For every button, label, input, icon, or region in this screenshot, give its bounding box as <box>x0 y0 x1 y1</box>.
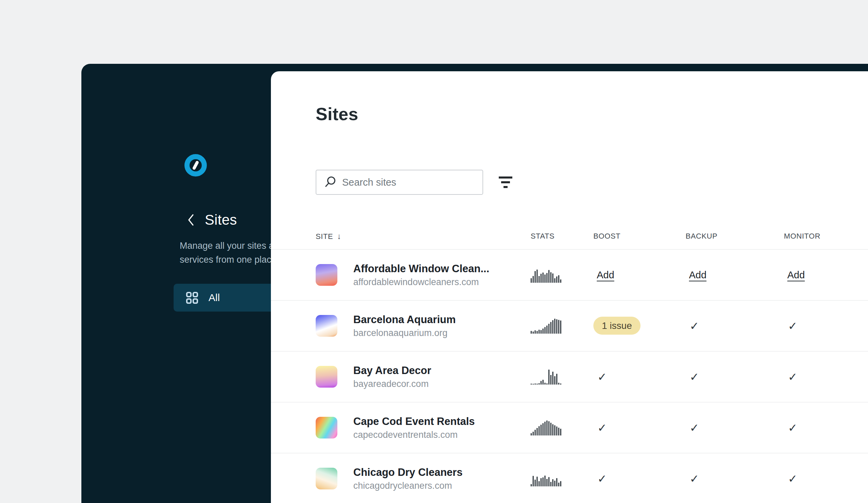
boost-cell: ✓ <box>593 370 685 383</box>
site-domain: capecodeventrentals.com <box>353 429 475 441</box>
column-header-backup[interactable]: BACKUP <box>685 232 784 241</box>
boost-check-icon: ✓ <box>597 371 607 383</box>
stats-cell <box>531 420 593 435</box>
site-favicon <box>316 468 337 490</box>
boost-check-icon: ✓ <box>597 422 607 434</box>
column-header-monitor[interactable]: MONITOR <box>784 232 868 241</box>
backup-check-icon: ✓ <box>690 472 699 485</box>
monitor-check-icon: ✓ <box>788 472 797 485</box>
boost-cell: ✓ <box>593 421 685 434</box>
jetpack-logo-slash <box>192 161 199 170</box>
monitor-add-link[interactable]: Add <box>787 270 805 280</box>
stats-cell <box>531 471 593 486</box>
table-row[interactable]: Chicago Dry Cleaners chicagodrycleaners.… <box>271 453 868 503</box>
filter-button[interactable] <box>492 173 519 192</box>
sites-content-card: Sites SITE↓ STATS BOOST BACKUP MONITOR A… <box>271 71 868 503</box>
site-cell: Bay Area Decor bayareadecor.com <box>316 364 531 390</box>
table-row[interactable]: Affordable Window Clean... affordablewin… <box>271 250 868 301</box>
search-icon <box>324 176 337 189</box>
boost-cell: Add <box>593 270 685 281</box>
backup-check-icon: ✓ <box>690 371 699 383</box>
page-title: Sites <box>316 104 358 124</box>
monitor-cell: Add <box>784 270 868 281</box>
backup-check-icon: ✓ <box>690 320 699 332</box>
stats-sparkline <box>531 369 562 384</box>
monitor-cell: ✓ <box>784 319 868 333</box>
backup-cell: ✓ <box>685 472 784 485</box>
column-header-boost[interactable]: BOOST <box>593 232 685 241</box>
boost-add-link[interactable]: Add <box>597 270 614 280</box>
monitor-cell: ✓ <box>784 472 868 485</box>
site-cell: Barcelona Aquarium barcelonaaquarium.org <box>316 313 531 339</box>
backup-check-icon: ✓ <box>690 422 699 434</box>
site-name: Affordable Window Clean... <box>353 262 489 275</box>
stats-sparkline <box>531 471 562 486</box>
column-header-stats[interactable]: STATS <box>531 232 593 241</box>
backup-cell: Add <box>685 270 784 281</box>
table-row[interactable]: Cape Cod Event Rentals capecodeventrenta… <box>271 403 868 453</box>
backup-cell: ✓ <box>685 370 784 383</box>
search-input[interactable] <box>337 170 483 194</box>
boost-cell: 1 issue <box>593 320 685 331</box>
sidebar-item-all-label: All <box>208 292 220 303</box>
chevron-left-icon <box>187 213 195 227</box>
column-header-site[interactable]: SITE↓ <box>316 231 531 241</box>
site-domain: affordablewindowcleaners.com <box>353 276 489 288</box>
search-box <box>316 170 483 195</box>
stats-cell <box>531 267 593 283</box>
grid-icon <box>186 292 198 304</box>
site-favicon <box>316 264 337 286</box>
site-domain: barcelonaaquarium.org <box>353 327 456 339</box>
site-name: Cape Cod Event Rentals <box>353 415 475 428</box>
back-button[interactable] <box>185 212 197 228</box>
site-domain: bayareadecor.com <box>353 378 431 390</box>
boost-check-icon: ✓ <box>597 472 607 485</box>
sort-desc-icon: ↓ <box>337 231 341 241</box>
stats-cell <box>531 369 593 384</box>
table-row[interactable]: Barcelona Aquarium barcelonaaquarium.org… <box>271 301 868 352</box>
site-favicon <box>316 315 337 337</box>
jetpack-logo-icon <box>185 154 207 177</box>
sidebar-title: Sites <box>205 212 237 228</box>
filter-icon <box>497 176 514 189</box>
stats-sparkline <box>531 267 562 283</box>
backup-cell: ✓ <box>685 421 784 434</box>
stats-sparkline <box>531 420 562 435</box>
site-name: Chicago Dry Cleaners <box>353 466 463 479</box>
table-header-row: SITE↓ STATS BOOST BACKUP MONITOR <box>271 223 868 250</box>
site-name: Bay Area Decor <box>353 364 431 377</box>
site-name: Barcelona Aquarium <box>353 313 456 326</box>
backup-cell: ✓ <box>685 319 784 333</box>
site-favicon <box>316 366 337 388</box>
monitor-check-icon: ✓ <box>788 371 797 383</box>
monitor-check-icon: ✓ <box>788 320 797 332</box>
backup-add-link[interactable]: Add <box>689 270 706 280</box>
site-cell: Cape Cod Event Rentals capecodeventrenta… <box>316 415 531 441</box>
stats-cell <box>531 318 593 334</box>
site-cell: Chicago Dry Cleaners chicagodrycleaners.… <box>316 466 531 492</box>
site-cell: Affordable Window Clean... affordablewin… <box>316 262 531 288</box>
site-favicon <box>316 417 337 439</box>
sites-table: Affordable Window Clean... affordablewin… <box>271 250 868 503</box>
monitor-check-icon: ✓ <box>788 422 797 434</box>
monitor-cell: ✓ <box>784 421 868 434</box>
boost-cell: ✓ <box>593 472 685 485</box>
site-domain: chicagodrycleaners.com <box>353 480 463 492</box>
sidebar-header: Sites <box>185 212 237 228</box>
stats-sparkline <box>531 318 562 334</box>
monitor-cell: ✓ <box>784 370 868 383</box>
table-row[interactable]: Bay Area Decor bayareadecor.com ✓ ✓ ✓ <box>271 352 868 403</box>
boost-issue-badge[interactable]: 1 issue <box>593 317 640 335</box>
